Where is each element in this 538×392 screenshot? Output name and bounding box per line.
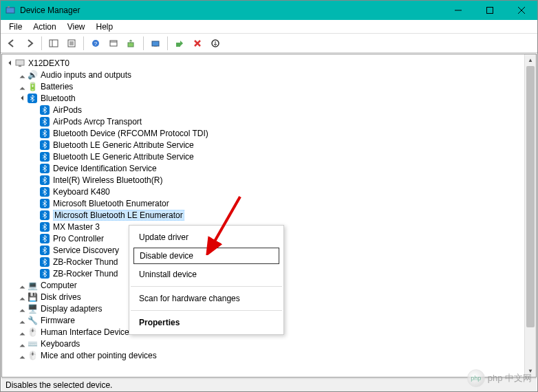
ctx-disable-device[interactable]: Disable device: [133, 248, 279, 264]
watermark-text: php 中文网: [488, 372, 532, 384]
ctx-scan-hardware[interactable]: Scan for hardware changes: [129, 290, 283, 307]
minimize-button[interactable]: [442, 1, 474, 20]
bluetooth-icon: [39, 116, 50, 127]
node-label[interactable]: Bluetooth LE Generic Attribute Service: [53, 140, 194, 150]
node-label[interactable]: Keyboard K480: [53, 187, 110, 197]
bluetooth-device[interactable]: Bluetooth Device (RFCOMM Protocol TDI): [2, 127, 536, 139]
update-driver-button[interactable]: [123, 35, 140, 52]
keyboard-icon: ⌨️: [27, 338, 38, 349]
expander-icon[interactable]: [17, 94, 27, 103]
bluetooth-device[interactable]: Microsoft Bluetooth LE Enumerator: [2, 209, 536, 221]
node-label[interactable]: Microsoft Bluetooth Enumerator: [53, 199, 169, 208]
close-button[interactable]: [506, 1, 537, 20]
node-label[interactable]: X12DEXT0: [28, 58, 69, 68]
bluetooth-icon: [39, 140, 50, 151]
expander-icon[interactable]: [17, 70, 27, 80]
mouse-icon: 🖱️: [27, 350, 38, 361]
node-label[interactable]: MX Master 3: [53, 222, 100, 232]
category-batteries[interactable]: 🔋Batteries: [2, 80, 536, 92]
uninstall-device-button[interactable]: [207, 35, 224, 52]
ctx-properties[interactable]: Properties: [129, 314, 283, 331]
scroll-up-button[interactable]: ▲: [525, 54, 536, 66]
ctx-update-driver[interactable]: Update driver: [129, 228, 283, 246]
svg-rect-6: [50, 40, 58, 47]
bluetooth-icon: [39, 257, 50, 268]
app-icon: [5, 5, 16, 16]
bluetooth-icon: [39, 186, 50, 197]
forward-button[interactable]: [21, 35, 38, 52]
category-audio[interactable]: 🔊Audio inputs and outputs: [2, 69, 536, 80]
node-label[interactable]: Intel(R) Wireless Bluetooth(R): [53, 175, 162, 185]
expander-icon[interactable]: [17, 292, 27, 302]
disable-device-button[interactable]: [189, 35, 206, 52]
bluetooth-device[interactable]: Intel(R) Wireless Bluetooth(R): [2, 174, 536, 186]
node-label[interactable]: Bluetooth LE Generic Attribute Service: [53, 152, 194, 162]
node-label[interactable]: Disk drives: [41, 292, 81, 302]
node-label[interactable]: Keyboards: [41, 339, 80, 349]
tree-root[interactable]: X12DEXT0: [2, 57, 536, 69]
scroll-thumb[interactable]: [526, 66, 535, 327]
expander-icon[interactable]: [17, 339, 27, 349]
bluetooth-device[interactable]: Bluetooth LE Generic Attribute Service: [2, 139, 536, 151]
expander-icon[interactable]: [5, 58, 14, 68]
node-label[interactable]: AirPods Avrcp Transport: [53, 117, 142, 127]
watermark-logo: php: [467, 369, 485, 387]
svg-rect-19: [176, 43, 180, 47]
svg-rect-22: [19, 65, 21, 67]
node-label[interactable]: ZB-Rocker Thund: [53, 257, 118, 267]
ctx-uninstall-device[interactable]: Uninstall device: [129, 265, 283, 283]
audio-icon: 🔊: [27, 69, 38, 80]
node-label[interactable]: Computer: [41, 281, 77, 290]
expander-icon[interactable]: [17, 351, 27, 360]
category-keyboards[interactable]: ⌨️Keyboards: [2, 338, 536, 349]
category-mice[interactable]: 🖱️Mice and other pointing devices: [2, 349, 536, 361]
vertical-scrollbar[interactable]: ▲ ▼: [524, 54, 536, 377]
node-label[interactable]: Bluetooth Device (RFCOMM Protocol TDI): [53, 129, 208, 138]
node-label[interactable]: Pro Controller: [53, 234, 104, 243]
show-hide-tree-button[interactable]: [45, 35, 62, 52]
watermark: php php 中文网: [467, 369, 532, 387]
bluetooth-device[interactable]: Keyboard K480: [2, 186, 536, 197]
node-label[interactable]: Device Identification Service: [53, 164, 157, 173]
enable-device-button[interactable]: [171, 35, 188, 52]
node-label[interactable]: Service Discovery: [53, 246, 119, 255]
category-bluetooth[interactable]: Bluetooth: [2, 92, 536, 104]
bluetooth-device[interactable]: Microsoft Bluetooth Enumerator: [2, 197, 536, 209]
computer-icon: 💻: [27, 280, 38, 291]
bluetooth-icon: [39, 210, 50, 221]
node-label[interactable]: AirPods: [53, 105, 82, 115]
bluetooth-device[interactable]: AirPods Avrcp Transport: [2, 116, 536, 127]
bluetooth-device[interactable]: AirPods: [2, 104, 536, 116]
menu-file[interactable]: File: [3, 21, 28, 33]
action-button[interactable]: [105, 35, 122, 52]
scan-hardware-button[interactable]: [147, 35, 164, 52]
menu-action[interactable]: Action: [28, 21, 61, 33]
expander-icon[interactable]: [17, 316, 27, 325]
ctx-separator: [131, 310, 282, 311]
menu-help[interactable]: Help: [91, 21, 119, 33]
battery-icon: 🔋: [27, 81, 38, 92]
node-label[interactable]: ZB-Rocker Thund: [53, 269, 118, 279]
menu-view[interactable]: View: [62, 21, 91, 33]
maximize-button[interactable]: [474, 1, 506, 20]
expander-icon[interactable]: [17, 304, 27, 314]
node-label[interactable]: Microsoft Bluetooth LE Enumerator: [53, 210, 184, 221]
expander-icon[interactable]: [17, 327, 27, 337]
expander-icon[interactable]: [17, 281, 27, 290]
node-label[interactable]: Firmware: [41, 316, 75, 325]
back-button[interactable]: [3, 35, 20, 52]
node-label[interactable]: Bluetooth: [41, 94, 76, 103]
node-label[interactable]: Mice and other pointing devices: [41, 351, 157, 360]
svg-rect-16: [128, 43, 133, 47]
node-label[interactable]: Human Interface Devices: [41, 327, 133, 337]
node-label[interactable]: Display adapters: [41, 304, 102, 314]
help-button[interactable]: ?: [87, 35, 104, 52]
properties-button[interactable]: [63, 35, 80, 52]
bluetooth-device[interactable]: Bluetooth LE Generic Attribute Service: [2, 151, 536, 162]
node-label[interactable]: Audio inputs and outputs: [41, 70, 131, 80]
expander-icon[interactable]: [17, 82, 27, 91]
bluetooth-device[interactable]: Device Identification Service: [2, 162, 536, 174]
node-label[interactable]: Batteries: [41, 82, 73, 91]
disk-icon: 💾: [27, 292, 38, 303]
svg-rect-18: [154, 46, 157, 47]
